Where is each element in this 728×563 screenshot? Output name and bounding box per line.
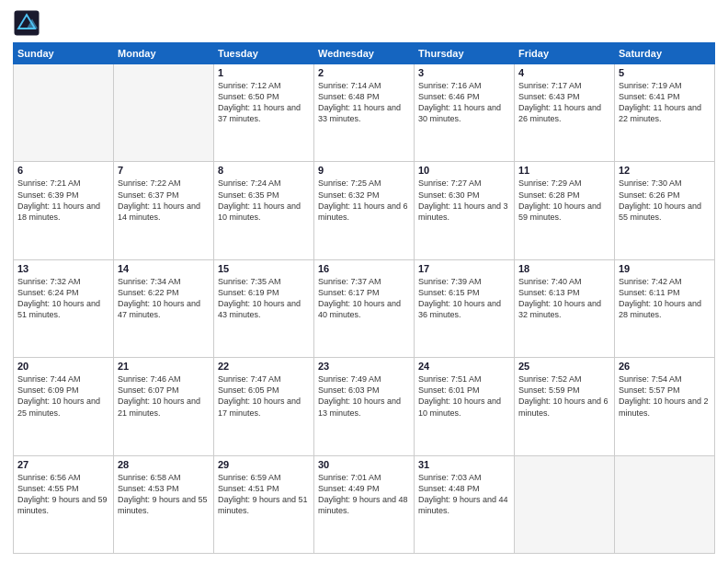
day-info: Sunrise: 7:25 AMSunset: 6:32 PMDaylight:… bbox=[318, 178, 410, 223]
day-info: Sunrise: 7:40 AMSunset: 6:13 PMDaylight:… bbox=[518, 276, 610, 321]
weekday-header-row: SundayMondayTuesdayWednesdayThursdayFrid… bbox=[14, 43, 715, 64]
calendar-cell: 2Sunrise: 7:14 AMSunset: 6:48 PMDaylight… bbox=[314, 64, 415, 162]
day-number: 22 bbox=[218, 361, 310, 372]
calendar-cell: 1Sunrise: 7:12 AMSunset: 6:50 PMDaylight… bbox=[214, 64, 314, 162]
day-info: Sunrise: 7:16 AMSunset: 6:46 PMDaylight:… bbox=[418, 80, 510, 125]
calendar-cell bbox=[114, 64, 214, 162]
calendar-cell: 11Sunrise: 7:29 AMSunset: 6:28 PMDayligh… bbox=[515, 162, 615, 259]
day-number: 6 bbox=[17, 165, 109, 176]
day-number: 23 bbox=[318, 361, 410, 372]
logo-icon bbox=[13, 9, 40, 37]
day-info: Sunrise: 7:17 AMSunset: 6:43 PMDaylight:… bbox=[518, 80, 610, 125]
calendar-cell: 26Sunrise: 7:54 AMSunset: 5:57 PMDayligh… bbox=[615, 358, 715, 455]
calendar-cell: 20Sunrise: 7:44 AMSunset: 6:09 PMDayligh… bbox=[14, 358, 114, 455]
week-row-3: 13Sunrise: 7:32 AMSunset: 6:24 PMDayligh… bbox=[14, 259, 715, 357]
day-info: Sunrise: 7:32 AMSunset: 6:24 PMDaylight:… bbox=[17, 276, 109, 321]
day-number: 21 bbox=[118, 361, 210, 372]
weekday-header-thursday: Thursday bbox=[415, 43, 515, 64]
day-info: Sunrise: 7:34 AMSunset: 6:22 PMDaylight:… bbox=[118, 276, 210, 321]
day-info: Sunrise: 7:19 AMSunset: 6:41 PMDaylight:… bbox=[619, 80, 711, 125]
day-number: 7 bbox=[118, 165, 210, 176]
weekday-header-friday: Friday bbox=[515, 43, 615, 64]
weekday-header-wednesday: Wednesday bbox=[314, 43, 415, 64]
logo bbox=[13, 9, 44, 37]
day-number: 17 bbox=[418, 263, 510, 274]
calendar-cell: 4Sunrise: 7:17 AMSunset: 6:43 PMDaylight… bbox=[515, 64, 615, 162]
day-info: Sunrise: 7:47 AMSunset: 6:05 PMDaylight:… bbox=[218, 373, 310, 419]
day-info: Sunrise: 7:35 AMSunset: 6:19 PMDaylight:… bbox=[218, 276, 310, 321]
day-number: 12 bbox=[619, 165, 711, 176]
calendar-cell: 9Sunrise: 7:25 AMSunset: 6:32 PMDaylight… bbox=[314, 162, 415, 259]
day-info: Sunrise: 6:56 AMSunset: 4:55 PMDaylight:… bbox=[17, 472, 109, 517]
calendar-cell: 24Sunrise: 7:51 AMSunset: 6:01 PMDayligh… bbox=[415, 358, 515, 455]
calendar-cell: 17Sunrise: 7:39 AMSunset: 6:15 PMDayligh… bbox=[415, 259, 515, 357]
calendar-cell: 15Sunrise: 7:35 AMSunset: 6:19 PMDayligh… bbox=[214, 259, 314, 357]
calendar-cell: 22Sunrise: 7:47 AMSunset: 6:05 PMDayligh… bbox=[214, 358, 314, 455]
day-info: Sunrise: 7:22 AMSunset: 6:37 PMDaylight:… bbox=[118, 178, 210, 223]
day-number: 28 bbox=[118, 459, 210, 470]
day-number: 1 bbox=[218, 67, 310, 78]
week-row-5: 27Sunrise: 6:56 AMSunset: 4:55 PMDayligh… bbox=[14, 455, 715, 553]
day-info: Sunrise: 7:54 AMSunset: 5:57 PMDaylight:… bbox=[619, 373, 711, 419]
day-info: Sunrise: 6:59 AMSunset: 4:51 PMDaylight:… bbox=[218, 472, 310, 517]
day-number: 29 bbox=[218, 459, 310, 470]
day-number: 30 bbox=[318, 459, 410, 470]
day-number: 10 bbox=[418, 165, 510, 176]
day-number: 9 bbox=[318, 165, 410, 176]
day-info: Sunrise: 7:37 AMSunset: 6:17 PMDaylight:… bbox=[318, 276, 410, 321]
day-info: Sunrise: 7:27 AMSunset: 6:30 PMDaylight:… bbox=[418, 178, 510, 223]
calendar-cell bbox=[615, 455, 715, 553]
day-info: Sunrise: 7:52 AMSunset: 5:59 PMDaylight:… bbox=[518, 373, 610, 419]
day-info: Sunrise: 6:58 AMSunset: 4:53 PMDaylight:… bbox=[118, 472, 210, 517]
header bbox=[13, 9, 715, 37]
calendar-cell: 27Sunrise: 6:56 AMSunset: 4:55 PMDayligh… bbox=[14, 455, 114, 553]
day-number: 24 bbox=[418, 361, 510, 372]
week-row-1: 1Sunrise: 7:12 AMSunset: 6:50 PMDaylight… bbox=[14, 64, 715, 162]
calendar-cell: 12Sunrise: 7:30 AMSunset: 6:26 PMDayligh… bbox=[615, 162, 715, 259]
calendar-cell: 29Sunrise: 6:59 AMSunset: 4:51 PMDayligh… bbox=[214, 455, 314, 553]
calendar-cell bbox=[14, 64, 114, 162]
day-number: 19 bbox=[619, 263, 711, 274]
calendar-cell: 19Sunrise: 7:42 AMSunset: 6:11 PMDayligh… bbox=[615, 259, 715, 357]
calendar-cell: 30Sunrise: 7:01 AMSunset: 4:49 PMDayligh… bbox=[314, 455, 415, 553]
day-info: Sunrise: 7:39 AMSunset: 6:15 PMDaylight:… bbox=[418, 276, 510, 321]
day-number: 4 bbox=[518, 67, 610, 78]
day-number: 26 bbox=[619, 361, 711, 372]
calendar-cell: 13Sunrise: 7:32 AMSunset: 6:24 PMDayligh… bbox=[14, 259, 114, 357]
day-info: Sunrise: 7:42 AMSunset: 6:11 PMDaylight:… bbox=[619, 276, 711, 321]
day-number: 14 bbox=[118, 263, 210, 274]
day-info: Sunrise: 7:24 AMSunset: 6:35 PMDaylight:… bbox=[218, 178, 310, 223]
day-info: Sunrise: 7:49 AMSunset: 6:03 PMDaylight:… bbox=[318, 373, 410, 419]
calendar-cell: 25Sunrise: 7:52 AMSunset: 5:59 PMDayligh… bbox=[515, 358, 615, 455]
calendar-cell: 14Sunrise: 7:34 AMSunset: 6:22 PMDayligh… bbox=[114, 259, 214, 357]
day-info: Sunrise: 7:03 AMSunset: 4:48 PMDaylight:… bbox=[418, 472, 510, 517]
calendar-cell: 23Sunrise: 7:49 AMSunset: 6:03 PMDayligh… bbox=[314, 358, 415, 455]
day-info: Sunrise: 7:29 AMSunset: 6:28 PMDaylight:… bbox=[518, 178, 610, 223]
day-info: Sunrise: 7:21 AMSunset: 6:39 PMDaylight:… bbox=[17, 178, 109, 223]
calendar-cell: 31Sunrise: 7:03 AMSunset: 4:48 PMDayligh… bbox=[415, 455, 515, 553]
calendar-cell bbox=[515, 455, 615, 553]
calendar-cell: 7Sunrise: 7:22 AMSunset: 6:37 PMDaylight… bbox=[114, 162, 214, 259]
weekday-header-tuesday: Tuesday bbox=[214, 43, 314, 64]
calendar-cell: 5Sunrise: 7:19 AMSunset: 6:41 PMDaylight… bbox=[615, 64, 715, 162]
day-number: 27 bbox=[17, 459, 109, 470]
week-row-2: 6Sunrise: 7:21 AMSunset: 6:39 PMDaylight… bbox=[14, 162, 715, 259]
week-row-4: 20Sunrise: 7:44 AMSunset: 6:09 PMDayligh… bbox=[14, 358, 715, 455]
calendar-cell: 21Sunrise: 7:46 AMSunset: 6:07 PMDayligh… bbox=[114, 358, 214, 455]
day-info: Sunrise: 7:01 AMSunset: 4:49 PMDaylight:… bbox=[318, 472, 410, 517]
day-number: 16 bbox=[318, 263, 410, 274]
weekday-header-sunday: Sunday bbox=[14, 43, 114, 64]
calendar-cell: 18Sunrise: 7:40 AMSunset: 6:13 PMDayligh… bbox=[515, 259, 615, 357]
page: SundayMondayTuesdayWednesdayThursdayFrid… bbox=[0, 0, 728, 563]
calendar-cell: 16Sunrise: 7:37 AMSunset: 6:17 PMDayligh… bbox=[314, 259, 415, 357]
day-number: 20 bbox=[17, 361, 109, 372]
day-number: 15 bbox=[218, 263, 310, 274]
calendar-cell: 28Sunrise: 6:58 AMSunset: 4:53 PMDayligh… bbox=[114, 455, 214, 553]
day-info: Sunrise: 7:30 AMSunset: 6:26 PMDaylight:… bbox=[619, 178, 711, 223]
calendar-cell: 3Sunrise: 7:16 AMSunset: 6:46 PMDaylight… bbox=[415, 64, 515, 162]
weekday-header-monday: Monday bbox=[114, 43, 214, 64]
day-number: 11 bbox=[518, 165, 610, 176]
day-number: 25 bbox=[518, 361, 610, 372]
day-number: 5 bbox=[619, 67, 711, 78]
day-info: Sunrise: 7:46 AMSunset: 6:07 PMDaylight:… bbox=[118, 373, 210, 419]
